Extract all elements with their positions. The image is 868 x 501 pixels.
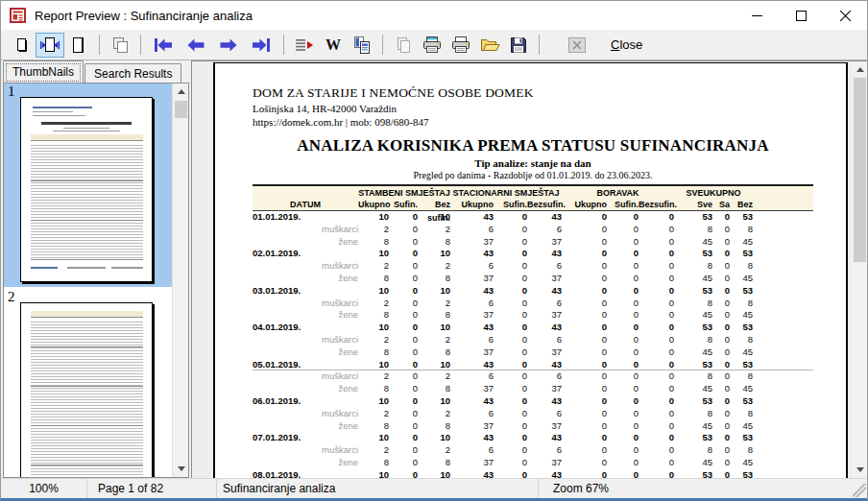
report-subtitle-2: Pregled po danima - Razdoblje od 01.01.2… <box>253 170 813 180</box>
table-cell: 43 <box>527 322 562 334</box>
table-cell: 0 <box>389 334 418 346</box>
tab-thumbnails[interactable]: ThumbNails <box>3 60 84 83</box>
mini-headband <box>31 134 143 141</box>
minimize-button[interactable] <box>735 1 779 30</box>
scroll-up-button[interactable] <box>852 61 868 78</box>
last-page-button[interactable] <box>245 33 277 58</box>
table-cell: 0 <box>712 408 730 420</box>
table-cell: 37 <box>527 420 562 433</box>
table-cell: 53 <box>674 322 712 334</box>
scroll-down-icon <box>856 467 864 472</box>
scrollbar-thumb[interactable] <box>175 101 187 118</box>
scroll-down-button[interactable] <box>852 462 868 478</box>
table-cell: 53 <box>674 211 712 224</box>
table-cell: 0 <box>389 285 418 298</box>
table-cell: 0 <box>639 298 674 310</box>
table-cell: 0 <box>389 383 418 395</box>
table-cell: 0 <box>562 285 607 298</box>
close-button[interactable]: Close <box>599 33 654 58</box>
table-cell: 6 <box>527 260 562 273</box>
thumbnail-scrollbar[interactable] <box>172 84 188 477</box>
table-cell: 53 <box>674 285 712 298</box>
fit-page-width-button[interactable] <box>36 33 64 58</box>
first-page-button[interactable] <box>147 33 180 58</box>
table-cell: 0 <box>494 444 527 457</box>
table-cell: 45 <box>674 346 712 359</box>
table-cell: 0 <box>639 383 674 395</box>
scroll-up-button[interactable] <box>173 84 189 100</box>
table-cell: 53 <box>730 359 753 371</box>
print-button[interactable] <box>446 33 475 58</box>
table-cell: 0 <box>639 457 674 469</box>
table-cell: 8 <box>418 383 450 395</box>
table-cell: 0 <box>712 273 730 285</box>
last-page-icon <box>250 36 273 55</box>
table-cell: 10 <box>358 359 389 371</box>
table-cell: 45 <box>674 457 712 469</box>
scroll-down-button[interactable] <box>173 461 189 477</box>
export-page-icon <box>394 36 413 55</box>
table-cell: 8 <box>418 346 450 359</box>
scrollbar-thumb[interactable] <box>854 78 866 262</box>
table-row-label: žene <box>253 420 358 433</box>
table-cell: 0 <box>639 322 674 334</box>
table-cell: 6 <box>450 334 494 346</box>
open-button[interactable] <box>475 33 504 58</box>
statusbar-percent: 100% <box>1 479 87 498</box>
prev-page-button[interactable] <box>180 33 212 58</box>
table-cell: 43 <box>450 432 494 444</box>
mini-separator <box>31 465 143 465</box>
table-cell: 43 <box>450 322 494 334</box>
table-cell: 0 <box>712 420 730 433</box>
maximize-button[interactable] <box>779 1 823 30</box>
table-cell: 10 <box>358 211 389 224</box>
table-column-header-row: DATUMUkupnoSufin.Bez sufin.UkupnoSufin.B… <box>253 198 813 211</box>
table-cell: 53 <box>730 395 753 408</box>
table-cell: Sa <box>712 198 730 211</box>
thumbnail-page-2[interactable] <box>20 302 153 478</box>
thumbnail-page-1[interactable] <box>20 97 153 282</box>
table-cell: 0 <box>639 370 674 383</box>
resize-grip[interactable] <box>853 484 866 497</box>
tab-search-results[interactable]: Search Results <box>84 63 181 83</box>
goto-page-button[interactable] <box>290 33 319 58</box>
next-page-button[interactable] <box>212 33 245 58</box>
table-cell: 0 <box>712 346 730 359</box>
table-row-label: žene <box>253 309 358 322</box>
table-cell: 0 <box>639 309 674 322</box>
table-row-date: 03.01.2019.100104304300053053 <box>253 285 813 298</box>
table-cell: 0 <box>639 273 674 285</box>
table-cell: 0 <box>712 444 730 457</box>
thumbnail-item-1[interactable]: 1 <box>4 84 172 287</box>
table-cell: 8 <box>730 444 753 457</box>
whole-page-button[interactable] <box>7 33 36 58</box>
table-cell: 53 <box>730 285 753 298</box>
table-cell: 8 <box>674 224 712 236</box>
thumbnail-item-2[interactable]: 2 <box>4 287 172 478</box>
table-cell: 10 <box>358 248 389 260</box>
table-cell: 10 <box>418 359 450 371</box>
export-page-button[interactable] <box>389 33 418 58</box>
page-100-button[interactable] <box>64 33 93 58</box>
table-cell: 8 <box>730 224 753 236</box>
preview-scrollbar[interactable] <box>852 61 868 478</box>
table-cell: 37 <box>527 273 562 285</box>
table-cell: 53 <box>730 248 753 260</box>
table-cell: 0 <box>562 211 607 224</box>
report-content: DOM ZA STARIJE I NEMOĆNE OSOBE DOMEK Loš… <box>253 63 813 479</box>
org-name: DOM ZA STARIJE I NEMOĆNE OSOBE DOMEK <box>253 85 813 101</box>
copy-pages-button[interactable] <box>348 33 376 58</box>
table-cell: 6 <box>450 408 494 420</box>
print-setup-button[interactable] <box>418 33 446 58</box>
close-window-button[interactable] <box>823 1 867 30</box>
table-cell: Bezsufin. <box>639 198 674 211</box>
table-cell: DATUM <box>253 198 358 211</box>
table-cell: 0 <box>639 346 674 359</box>
table-cell: 0 <box>562 370 607 383</box>
multi-page-button[interactable] <box>106 33 134 58</box>
find-button[interactable]: W <box>319 33 348 58</box>
table-cell: 0 <box>639 359 674 371</box>
cancel-print-button[interactable] <box>563 33 591 58</box>
table-cell: 45 <box>730 236 753 249</box>
save-button[interactable] <box>504 33 533 58</box>
